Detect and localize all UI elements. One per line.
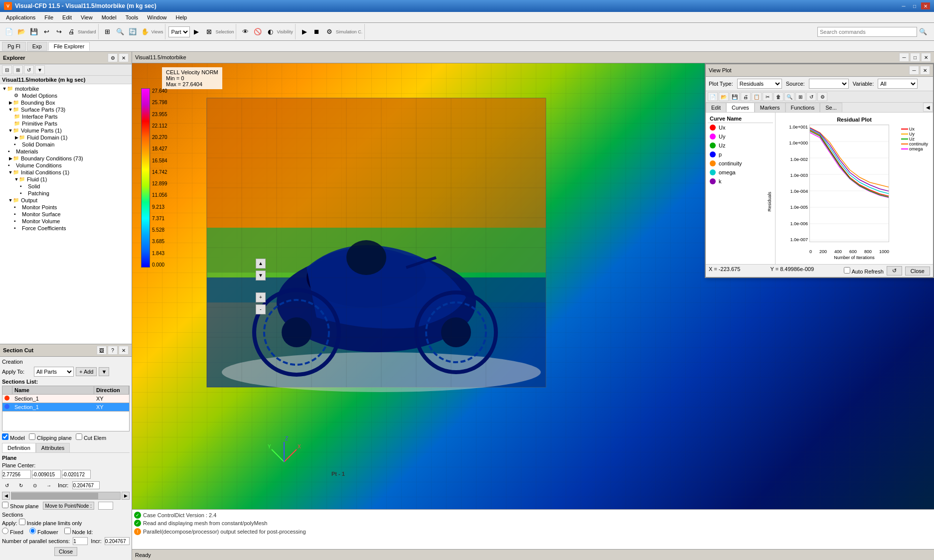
- menu-tools[interactable]: Tools: [122, 13, 143, 21]
- plane-z-input[interactable]: [62, 470, 91, 479]
- source-select[interactable]: [809, 79, 849, 89]
- vp-tab-markers[interactable]: Markers: [755, 103, 785, 112]
- vp-tab-edit[interactable]: Edit: [706, 103, 726, 112]
- cut-elem-checkbox-label[interactable]: Cut Elem: [76, 433, 106, 441]
- slider-track[interactable]: [11, 492, 121, 500]
- curve-uy[interactable]: Uy: [708, 132, 773, 141]
- tree-item-fluid-domain[interactable]: ▶ 📁 Fluid Domain (1): [1, 134, 131, 141]
- tree-item-motorbike[interactable]: ▼ 📁 motorbike: [1, 85, 131, 92]
- minimize-button[interactable]: ─: [899, 2, 908, 9]
- zoom-button[interactable]: 🔍: [114, 26, 126, 38]
- vp-tab-functions[interactable]: Functions: [785, 103, 820, 112]
- tree-item-volume-conditions[interactable]: ▪ Volume Conditions: [1, 162, 131, 169]
- fixed-radio-label[interactable]: Fixed: [2, 528, 23, 535]
- model-checkbox-label[interactable]: Model: [2, 433, 25, 441]
- vp-save-button[interactable]: 💾: [730, 92, 740, 101]
- plane-y-input[interactable]: [32, 470, 61, 479]
- curve-k[interactable]: k: [708, 177, 773, 186]
- auto-refresh-checkbox[interactable]: [844, 267, 850, 274]
- expand-arrow[interactable]: ▼: [8, 128, 13, 133]
- pan-button[interactable]: ✋: [139, 26, 151, 38]
- hide-button[interactable]: 🚫: [252, 26, 264, 38]
- tab-pgfl[interactable]: Pg Fl: [2, 42, 26, 51]
- slider-left-button[interactable]: ◀: [2, 492, 10, 500]
- select-all-button[interactable]: ⊠: [203, 26, 215, 38]
- redo-button[interactable]: ↪: [53, 26, 65, 38]
- tree-view[interactable]: ▼ 📁 motorbike ⚙ Model Options ▶ 📁 Boundi…: [0, 84, 132, 344]
- save-button[interactable]: 💾: [28, 26, 40, 38]
- tab-file-explorer[interactable]: File Explorer: [48, 42, 90, 51]
- open-button[interactable]: 📂: [15, 26, 27, 38]
- cut-elem-checkbox[interactable]: [76, 433, 82, 440]
- settings-button[interactable]: ⚙: [323, 26, 335, 38]
- expand-arrow[interactable]: ▼: [2, 86, 7, 91]
- vp-fit-button[interactable]: ⊞: [795, 92, 805, 101]
- select-button[interactable]: ▶: [190, 26, 202, 38]
- tree-item-primitive-parts[interactable]: 📁 Primitive Parts: [1, 120, 131, 127]
- vp-close-btn[interactable]: Close: [905, 267, 930, 276]
- vp-open-button[interactable]: 📂: [719, 92, 729, 101]
- expand-arrow[interactable]: ▶: [14, 135, 19, 140]
- tree-item-materials[interactable]: ▪ Materials: [1, 148, 131, 155]
- tree-item-monitor-points[interactable]: ▪ Monitor Points: [1, 204, 131, 211]
- menu-view[interactable]: View: [77, 13, 97, 21]
- vp-tab-curves[interactable]: Curves: [726, 103, 755, 112]
- expand-arrow[interactable]: ▼: [8, 107, 13, 112]
- apply-to-select[interactable]: All Parts: [34, 367, 74, 377]
- node-id-checkbox[interactable]: [64, 528, 71, 534]
- filter-button[interactable]: ▼: [35, 65, 45, 74]
- new-button[interactable]: 📄: [3, 26, 15, 38]
- clipping-checkbox[interactable]: [29, 433, 35, 440]
- tree-item-fluid[interactable]: ▼ 📁 Fluid (1): [1, 176, 131, 183]
- tree-item-monitor-surface[interactable]: ▪ Monitor Surface: [1, 211, 131, 218]
- viewport-max-button[interactable]: □: [910, 53, 920, 62]
- view-plot-min-button[interactable]: ─: [909, 66, 919, 75]
- tree-item-bounding-box[interactable]: ▶ 📁 Bounding Box: [1, 99, 131, 106]
- tree-item-interface-parts[interactable]: 📁 Interface Parts: [1, 113, 131, 120]
- tree-item-force-coefficients[interactable]: ▪ Force Coefficients: [1, 225, 131, 232]
- section-close-button[interactable]: ✕: [119, 346, 129, 355]
- clipping-checkbox-label[interactable]: Clipping plane: [29, 433, 72, 441]
- search-button[interactable]: 🔍: [917, 26, 929, 38]
- node-id-label[interactable]: Node Id:: [64, 528, 93, 535]
- explorer-close-button[interactable]: ✕: [119, 53, 129, 62]
- menu-model[interactable]: Model: [98, 13, 121, 21]
- plane-x-input[interactable]: [2, 470, 31, 479]
- menu-file[interactable]: File: [40, 13, 57, 21]
- menu-help[interactable]: Help: [171, 13, 191, 21]
- menu-edit[interactable]: Edit: [58, 13, 76, 21]
- view-plot-close-button[interactable]: ✕: [920, 66, 930, 75]
- model-checkbox[interactable]: [2, 433, 8, 440]
- tab-exp[interactable]: Exp: [27, 42, 47, 51]
- inside-plane-checkbox[interactable]: [19, 519, 25, 525]
- expand-arrow[interactable]: ▼: [14, 177, 19, 182]
- expand-all-button[interactable]: ⊞: [13, 65, 23, 74]
- run-button[interactable]: ▶: [299, 26, 311, 38]
- show-plane-checkbox[interactable]: [2, 502, 8, 508]
- vp-config-button[interactable]: ⚙: [817, 92, 827, 101]
- variable-select[interactable]: All: [878, 79, 918, 89]
- section-close-btn[interactable]: Close: [54, 547, 77, 556]
- tree-item-solid-domain[interactable]: ▪ Solid Domain: [1, 141, 131, 148]
- incr2-input[interactable]: [105, 537, 130, 545]
- add-dropdown-button[interactable]: ▼: [99, 367, 109, 376]
- vp-print-button[interactable]: 🖨: [741, 92, 751, 101]
- tree-item-initial-conditions[interactable]: ▼ 📁 Initial Conditions (1): [1, 169, 131, 176]
- undo-button[interactable]: ↩: [40, 26, 52, 38]
- vp-collapse-button[interactable]: ◀: [923, 103, 933, 112]
- viewport-min-button[interactable]: ─: [899, 53, 909, 62]
- plot-type-select[interactable]: Residuals: [737, 79, 782, 89]
- section-image-button[interactable]: 🖼: [97, 346, 107, 355]
- reset-button[interactable]: ⊙: [30, 481, 40, 490]
- fit-button[interactable]: ⊞: [102, 26, 114, 38]
- section-help-button[interactable]: ?: [108, 346, 118, 355]
- curve-omega[interactable]: omega: [708, 168, 773, 177]
- arrow-right-button[interactable]: →: [44, 481, 54, 490]
- collapse-all-button[interactable]: ⊟: [2, 65, 12, 74]
- parallel-input[interactable]: [73, 537, 88, 545]
- vp-refresh-btn[interactable]: ↺: [887, 266, 902, 276]
- auto-refresh-label[interactable]: Auto Refresh: [844, 267, 884, 275]
- follower-radio-label[interactable]: Follower: [29, 528, 58, 535]
- tree-item-output[interactable]: ▼ 📁 Output: [1, 197, 131, 204]
- nav-up-button[interactable]: ▲: [256, 259, 266, 269]
